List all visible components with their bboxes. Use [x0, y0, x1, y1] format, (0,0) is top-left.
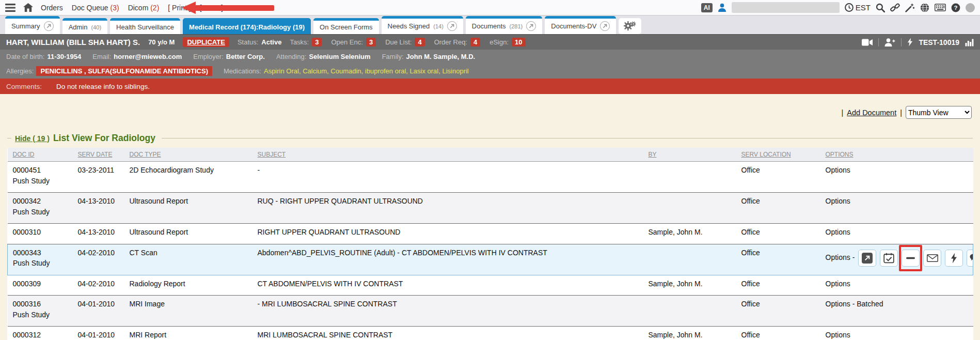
counter-badge[interactable]: 10	[512, 38, 525, 47]
quick-action-bolt-button[interactable]	[945, 250, 963, 267]
tab-medical-record-174-radiology-19[interactable]: Medical Record (174):Radiology (19)	[183, 18, 311, 34]
duplicate-badge[interactable]: DUPLICATE	[183, 37, 229, 47]
minus-icon	[906, 257, 915, 259]
hamburger-menu-icon[interactable]	[5, 4, 15, 12]
counter-badge[interactable]: 4	[415, 38, 424, 47]
calendar-check-button[interactable]	[880, 250, 898, 267]
push-study-link[interactable]: Push Study	[13, 259, 68, 268]
home-icon[interactable]	[23, 3, 33, 12]
push-study-link[interactable]: Push Study	[13, 208, 68, 217]
search-icon[interactable]	[876, 3, 885, 12]
quick-action-bolt-icon[interactable]	[907, 38, 913, 47]
popout-icon[interactable]	[600, 21, 610, 31]
tab-admin[interactable]: Admin(40)	[62, 18, 107, 34]
column-header-serv-date[interactable]: SERV DATE	[73, 148, 124, 162]
patient-name: HART, WILLIAM (BILL SHA HART) S.	[6, 38, 140, 47]
counter-badge[interactable]: 3	[312, 38, 322, 47]
push-study-link[interactable]: Push Study	[13, 311, 68, 320]
comments-button[interactable]	[967, 250, 973, 267]
table-row-0000312[interactable]: 000031204-01-2010MRI ReportMRI LUMBOSACR…	[8, 327, 973, 340]
tab-on-screen-forms[interactable]: On Screen Forms	[313, 18, 379, 34]
subject-cell: MRI LUMBOSACRAL SPINE CONTRAST	[252, 327, 643, 340]
patient-counter-esign[interactable]: eSign:10	[489, 38, 525, 47]
push-study-link[interactable]: Push Study	[13, 177, 68, 186]
nav-item-dicom[interactable]: Dicom (2)	[128, 4, 160, 12]
counter-badge[interactable]: 3	[366, 38, 376, 47]
column-header-serv-location[interactable]: SERV LOCATION	[736, 148, 820, 162]
tab-documents[interactable]: Documents(281)	[466, 16, 542, 34]
nav-item-count: (2)	[148, 4, 159, 12]
magic-wand-icon[interactable]	[905, 3, 915, 12]
ai-badge[interactable]: AI	[701, 3, 713, 12]
search-input[interactable]	[732, 2, 840, 13]
counter-badge[interactable]: 4	[470, 38, 480, 47]
options-link[interactable]: Options	[826, 331, 850, 339]
keyboard-icon[interactable]	[935, 4, 946, 11]
medication-link-lasix-oral[interactable]: Lasix oral	[410, 67, 439, 75]
doc-id: 0000343	[13, 249, 68, 258]
medication-link-calcium[interactable]: Calcium	[303, 67, 327, 75]
column-header-subject[interactable]: SUBJECT	[252, 148, 643, 162]
table-row-0000310[interactable]: 000031004-13-2010Ultrasound ReportRIGHT …	[8, 224, 973, 244]
nav-item-orders[interactable]: Orders	[41, 4, 63, 12]
patient-counter-tasks[interactable]: Tasks:3	[290, 38, 322, 47]
table-row-0000316[interactable]: 0000316Push Study04-01-2010MRI Image- MR…	[8, 296, 973, 327]
column-header-options[interactable]: OPTIONS	[820, 148, 973, 162]
chart-bars-icon[interactable]	[965, 38, 974, 47]
options-link[interactable]: Options	[826, 280, 850, 288]
timezone-control[interactable]: EST	[845, 3, 871, 12]
tab-health-surveillance[interactable]: Health Surveillance	[110, 18, 180, 34]
tab-summary[interactable]: Summary	[5, 16, 60, 34]
options-link[interactable]: Options - Batched	[826, 300, 883, 308]
globe-icon[interactable]	[920, 3, 929, 12]
options-link[interactable]: Options	[826, 197, 850, 205]
collapse-minus-button[interactable]	[902, 250, 920, 267]
tab-label: Summary	[11, 22, 40, 30]
allergies-badge[interactable]: PENICILLINS , SULFA(SULFONAMIDE ANTIBIOT…	[36, 66, 212, 76]
table-row-0000309[interactable]: 000030904-02-2010Radiology ReportCT ABDO…	[8, 275, 973, 296]
table-row-0000343[interactable]: 0000343Push Study04-02-2010CT ScanAbdome…	[8, 244, 973, 275]
medication-link-coumadin[interactable]: Coumadin	[330, 67, 361, 75]
subject-cell: Abdomen^ABD_PELVIS_ROUTINE (Adult) - CT …	[252, 244, 643, 275]
document-toolbar: | Add Document | Thumb View	[7, 94, 973, 119]
options-link[interactable]: Options -	[826, 253, 855, 262]
add-document-link[interactable]: Add Document	[847, 109, 896, 117]
table-header-row: DOC IDSERV DATEDOC TYPESUBJECTBYSERV LOC…	[8, 148, 973, 162]
doc-id: 0000312	[13, 331, 68, 340]
options-link[interactable]: Options	[826, 166, 850, 174]
view-mode-select[interactable]: Thumb View	[906, 106, 972, 119]
medication-link-ibuprofen-oral[interactable]: ibuprofen oral	[365, 67, 406, 75]
tab-needs-signed[interactable]: Needs Signed(14)	[382, 16, 463, 34]
link-icon[interactable]	[890, 3, 900, 12]
user-icon[interactable]	[718, 3, 726, 12]
table-row-0000342[interactable]: 0000342Push Study04-13-2010Ultrasound Re…	[8, 193, 973, 224]
tab-settings-gear[interactable]	[619, 18, 641, 34]
patient-counter-open-enc[interactable]: Open Enc:3	[331, 38, 376, 47]
popout-icon[interactable]	[447, 21, 457, 31]
column-header-doc-id[interactable]: DOC ID	[8, 148, 73, 162]
serv-date-cell: 04-13-2010	[73, 193, 124, 224]
medication-link-lisinopril[interactable]: Lisinopril	[442, 67, 468, 75]
doc-id: 0000310	[13, 228, 68, 237]
options-link[interactable]: Options	[826, 228, 850, 236]
nav-item-doc-queue[interactable]: Doc Queue (3)	[72, 4, 119, 12]
column-header-by[interactable]: BY	[643, 148, 736, 162]
add-user-icon[interactable]	[884, 38, 895, 47]
patient-counter-due-list[interactable]: Due List:4	[385, 38, 425, 47]
popout-icon[interactable]	[526, 21, 536, 31]
open-document-button[interactable]	[858, 250, 876, 267]
video-camera-icon[interactable]	[862, 39, 873, 46]
column-header-doc-type[interactable]: DOC TYPE	[124, 148, 252, 162]
doc-type-cell: Ultrasound Report	[124, 193, 252, 224]
medication-link-aspirin-oral[interactable]: Aspirin Oral	[264, 67, 299, 75]
red-arrow-body	[196, 5, 274, 11]
hide-list-link[interactable]: Hide ( 19 )	[15, 134, 50, 143]
serv-date-cell: 04-01-2010	[73, 327, 124, 340]
patient-counter-order-req[interactable]: Order Req:4	[434, 38, 481, 47]
envelope-button[interactable]	[923, 250, 941, 267]
help-icon[interactable]: ?	[951, 3, 960, 12]
tab-documents-dv[interactable]: Documents-DV	[545, 16, 616, 34]
popout-icon[interactable]	[44, 21, 54, 31]
table-row-0000451[interactable]: 0000451Push Study03-23-20112D Echocardio…	[8, 162, 973, 193]
avatar[interactable]	[966, 3, 975, 12]
